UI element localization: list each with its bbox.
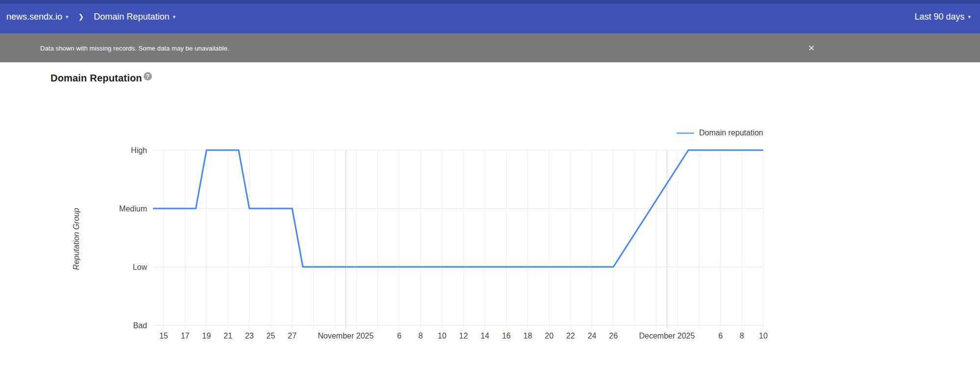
y-axis-label: Low bbox=[133, 263, 148, 271]
x-axis-tick-label: 10 bbox=[759, 332, 768, 340]
x-axis-tick-label: 20 bbox=[545, 332, 553, 340]
x-axis-month-label: November 2025 bbox=[318, 332, 374, 340]
x-axis-tick-label: 6 bbox=[718, 332, 723, 340]
x-axis-tick-label: 25 bbox=[266, 332, 275, 340]
y-axis-label: Medium bbox=[119, 205, 147, 213]
x-axis-tick-label: 14 bbox=[480, 332, 489, 340]
domain-reputation-chart: BadLowMediumHigh15171921232527November 2… bbox=[0, 0, 980, 365]
x-axis-month-label: December 2025 bbox=[639, 332, 695, 340]
x-axis-tick-label: 22 bbox=[566, 332, 575, 340]
x-axis-tick-label: 19 bbox=[202, 332, 211, 340]
x-axis-tick-label: 24 bbox=[588, 332, 597, 340]
x-axis-tick-label: 15 bbox=[159, 332, 168, 340]
x-axis-tick-label: 17 bbox=[181, 332, 190, 340]
y-axis-title: Reputation Group bbox=[72, 208, 80, 270]
x-axis-tick-label: 8 bbox=[419, 332, 423, 340]
postmaster-domain-reputation-page: { "header": { "site": "news.sendx.io", "… bbox=[0, 0, 980, 365]
x-axis-tick-label: 6 bbox=[397, 332, 402, 340]
x-axis-tick-label: 16 bbox=[502, 332, 511, 340]
x-axis-tick-label: 8 bbox=[740, 332, 744, 340]
y-axis-label: Bad bbox=[133, 321, 147, 330]
x-axis-tick-label: 18 bbox=[524, 332, 532, 340]
x-axis-tick-label: 26 bbox=[609, 332, 618, 340]
x-axis-tick-label: 21 bbox=[224, 332, 232, 340]
y-axis-label: High bbox=[131, 146, 147, 155]
x-axis-tick-label: 23 bbox=[245, 332, 254, 340]
x-axis-tick-label: 10 bbox=[438, 332, 447, 340]
x-axis-tick-label: 27 bbox=[288, 332, 297, 340]
x-axis-tick-label: 12 bbox=[459, 332, 468, 340]
